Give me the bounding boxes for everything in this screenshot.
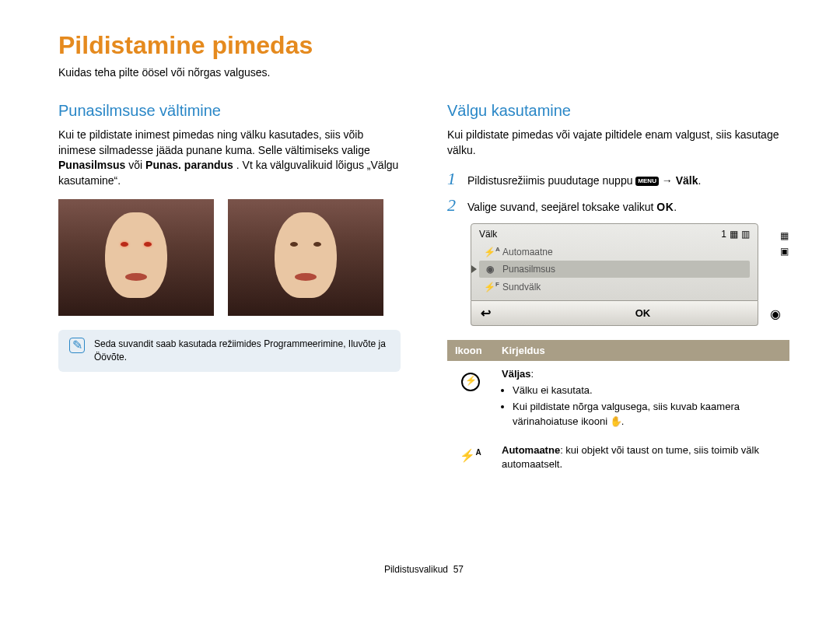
example-photo-fixed — [228, 199, 383, 316]
left-heading: Punasilmsuse vältimine — [58, 102, 401, 120]
camera-item-fill-label: Sundvälk — [502, 282, 541, 292]
camera-item-auto-label: Automaatne — [502, 247, 553, 257]
icon-table: Ikoon Kirjeldus ⚡ Väljas: Välku ei kasut… — [447, 340, 789, 478]
left-paragraph: Kui te pildistate inimest pimedas ning v… — [58, 128, 401, 188]
right-heading: Välgu kasutamine — [447, 102, 789, 120]
eye-side-icon: ◉ — [770, 306, 781, 321]
step-2-text: Valige suvand, seejärel toksake valikut — [467, 201, 656, 213]
row-off-bullet-2-text: Kui pildistate nõrga valgusega, siis kuv… — [513, 401, 740, 427]
row-off-bullet-2-end: . — [621, 415, 625, 427]
ok-inline-icon: OK — [656, 201, 674, 213]
left-p1-a: Kui te pildistate inimest pimedas ning v… — [58, 128, 370, 156]
th-icon: Ikoon — [447, 340, 494, 361]
camera-item-redeye[interactable]: ◉ Punasilmsus — [479, 261, 750, 278]
sd-icon: ▦ — [730, 229, 738, 240]
camera-header-icons: 1 ▦ ▥ — [721, 229, 750, 240]
step-1-number: 1 — [447, 169, 460, 189]
side-icon-1: ▦ — [780, 230, 789, 241]
right-column: Välgu kasutamine Kui pildistate pimedas … — [447, 102, 789, 478]
camera-item-auto[interactable]: ⚡A Automaatne — [479, 243, 750, 261]
row-auto-bold: Automaatne — [502, 444, 560, 456]
left-p1-c: või — [128, 159, 145, 171]
page-footer: Pildistusvalikud 57 — [58, 564, 789, 575]
menu-icon: MENU — [635, 177, 659, 186]
step-1-arrow: → — [662, 174, 676, 187]
row-off-bold: Väljas — [502, 368, 531, 380]
step-2-end: . — [674, 201, 677, 213]
right-intro: Kui pildistate pimedas või vajate piltid… — [447, 128, 789, 158]
row-auto-icon-cell: ⚡A — [447, 437, 494, 479]
note-text: Seda suvandit saab kasutada režiimides P… — [94, 338, 390, 364]
page-title: Pildistamine pimedas — [58, 31, 789, 60]
footer-page-number: 57 — [453, 564, 464, 575]
side-icon-2: ▣ — [780, 246, 789, 257]
step-1-bold: Välk — [676, 174, 698, 187]
row-off-desc: Väljas: Välku ei kasutata. Kui pildistat… — [494, 361, 789, 436]
footer-section: Pildistusvalikud — [384, 564, 448, 575]
page-subtitle: Kuidas teha pilte öösel või nõrgas valgu… — [58, 66, 789, 79]
example-photo-redeye — [58, 199, 214, 316]
flash-auto-icon: ⚡A — [484, 246, 496, 257]
step-1-body: Pildistusrežiimis puudutage nuppu MENU →… — [467, 174, 701, 187]
camera-side-icons: ▦ ▣ — [780, 230, 789, 257]
left-column: Punasilmsuse vältimine Kui te pildistate… — [58, 102, 401, 478]
camera-item-fill[interactable]: ⚡F Sundvälk — [479, 278, 750, 296]
step-2: 2 Valige suvand, seejärel toksake valiku… — [447, 195, 789, 215]
shake-warning-icon: ✋ — [611, 416, 621, 427]
step-2-body: Valige suvand, seejärel toksake valikut … — [467, 201, 677, 213]
step-2-number: 2 — [447, 195, 460, 215]
camera-item-redeye-label: Punasilmsus — [502, 264, 555, 275]
back-icon[interactable]: ↩ — [481, 306, 491, 321]
flash-fill-icon: ⚡F — [484, 281, 496, 292]
example-images — [58, 199, 401, 316]
left-p1-b: Punasilmsus — [58, 159, 125, 171]
eye-icon: ◉ — [484, 264, 496, 275]
flash-auto-icon-table: ⚡A — [460, 447, 481, 464]
row-off-icon-cell: ⚡ — [447, 361, 494, 436]
camera-count: 1 — [721, 229, 726, 240]
row-auto-desc: Automaatne: kui objekt või taust on tume… — [494, 437, 789, 479]
note-box: ✎ Seda suvandit saab kasutada režiimides… — [58, 330, 401, 372]
camera-title: Välk — [479, 229, 497, 240]
step-1-end: . — [698, 174, 702, 187]
row-off-bullet-2: Kui pildistate nõrga valgusega, siis kuv… — [513, 400, 782, 429]
th-desc: Kirjeldus — [494, 340, 789, 361]
row-off-bullet-1: Välku ei kasutata. — [513, 384, 782, 398]
left-p1-d: Punas. parandus — [145, 159, 233, 171]
flash-off-icon: ⚡ — [461, 373, 480, 391]
step-1-text: Pildistusrežiimis puudutage nuppu — [467, 174, 635, 187]
camera-screen: Välk 1 ▦ ▥ ⚡A Automaatne ◉ — [471, 223, 758, 301]
note-icon: ✎ — [69, 338, 85, 353]
battery-icon: ▥ — [741, 229, 750, 240]
ok-button[interactable]: OK — [635, 307, 651, 319]
camera-bottom-bar: ↩ OK ◉ — [471, 301, 758, 326]
step-1: 1 Pildistusrežiimis puudutage nuppu MENU… — [447, 169, 789, 189]
camera-ui-mock: Välk 1 ▦ ▥ ⚡A Automaatne ◉ — [471, 223, 758, 326]
